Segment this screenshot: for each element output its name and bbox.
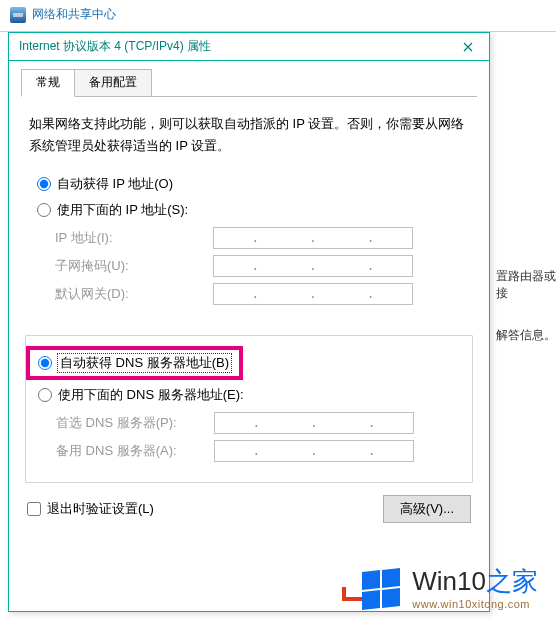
watermark: Win10之家 www.win10xitong.com xyxy=(362,567,538,610)
label-dns-alternate: 备用 DNS 服务器(A): xyxy=(56,442,214,460)
radio-dns-manual-label: 使用下面的 DNS 服务器地址(E): xyxy=(58,386,244,404)
bg-text-2: 解答信息。 xyxy=(496,327,556,344)
radio-ip-auto[interactable]: 自动获得 IP 地址(O) xyxy=(37,175,461,193)
radio-ip-manual-input[interactable] xyxy=(37,203,51,217)
validate-label: 退出时验证设置(L) xyxy=(47,500,154,518)
red-accent-icon xyxy=(342,587,362,601)
field-dns-preferred: 首选 DNS 服务器(P): ... xyxy=(38,412,460,434)
close-icon xyxy=(463,42,473,52)
background-header: 网络和共享中心 xyxy=(0,0,556,29)
network-icon xyxy=(10,7,26,23)
input-dns-alternate: ... xyxy=(214,440,414,462)
input-dns-preferred: ... xyxy=(214,412,414,434)
input-ip: ... xyxy=(213,227,413,249)
highlight-box: 自动获得 DNS 服务器地址(B) xyxy=(26,346,243,380)
label-mask: 子网掩码(U): xyxy=(55,257,213,275)
advanced-button[interactable]: 高级(V)... xyxy=(383,495,471,523)
tab-strip: 常规 备用配置 xyxy=(21,71,477,97)
tab-general[interactable]: 常规 xyxy=(21,69,75,97)
ip-group: 自动获得 IP 地址(O) 使用下面的 IP 地址(S): IP 地址(I): … xyxy=(25,175,473,325)
tab-alternate[interactable]: 备用配置 xyxy=(74,69,152,96)
validate-checkbox-row[interactable]: 退出时验证设置(L) xyxy=(27,500,154,518)
field-dns-alternate: 备用 DNS 服务器(A): ... xyxy=(38,440,460,462)
field-mask: 子网掩码(U): ... xyxy=(37,255,461,277)
field-ip: IP 地址(I): ... xyxy=(37,227,461,249)
input-gateway: ... xyxy=(213,283,413,305)
radio-ip-auto-label: 自动获得 IP 地址(O) xyxy=(57,175,173,193)
input-mask: ... xyxy=(213,255,413,277)
intro-text: 如果网络支持此功能，则可以获取自动指派的 IP 设置。否则，你需要从网络系统管理… xyxy=(21,97,477,169)
radio-dns-manual[interactable]: 使用下面的 DNS 服务器地址(E): xyxy=(38,386,460,404)
ipv4-properties-dialog: Internet 协议版本 4 (TCP/IPv4) 属性 常规 备用配置 如果… xyxy=(8,32,490,612)
windows-logo-icon xyxy=(362,569,402,609)
dns-group: 自动获得 DNS 服务器地址(B) 使用下面的 DNS 服务器地址(E): 首选… xyxy=(25,335,473,483)
titlebar[interactable]: Internet 协议版本 4 (TCP/IPv4) 属性 xyxy=(9,33,489,61)
watermark-brand: Win10之家 xyxy=(412,567,538,596)
label-ip: IP 地址(I): xyxy=(55,229,213,247)
radio-dns-manual-input[interactable] xyxy=(38,388,52,402)
label-dns-preferred: 首选 DNS 服务器(P): xyxy=(56,414,214,432)
network-center-link[interactable]: 网络和共享中心 xyxy=(32,6,116,23)
watermark-url: www.win10xitong.com xyxy=(412,598,538,610)
validate-checkbox[interactable] xyxy=(27,502,41,516)
bottom-row: 退出时验证设置(L) 高级(V)... xyxy=(27,495,471,523)
radio-ip-manual[interactable]: 使用下面的 IP 地址(S): xyxy=(37,201,461,219)
radio-ip-manual-label: 使用下面的 IP 地址(S): xyxy=(57,201,188,219)
label-gateway: 默认网关(D): xyxy=(55,285,213,303)
radio-dns-auto-input[interactable] xyxy=(38,356,52,370)
dialog-title: Internet 协议版本 4 (TCP/IPv4) 属性 xyxy=(19,38,447,55)
radio-ip-auto-input[interactable] xyxy=(37,177,51,191)
field-gateway: 默认网关(D): ... xyxy=(37,283,461,305)
radio-dns-auto-label[interactable]: 自动获得 DNS 服务器地址(B) xyxy=(58,354,231,372)
close-button[interactable] xyxy=(447,33,489,61)
bg-text-1: 置路由器或接 xyxy=(496,268,556,302)
